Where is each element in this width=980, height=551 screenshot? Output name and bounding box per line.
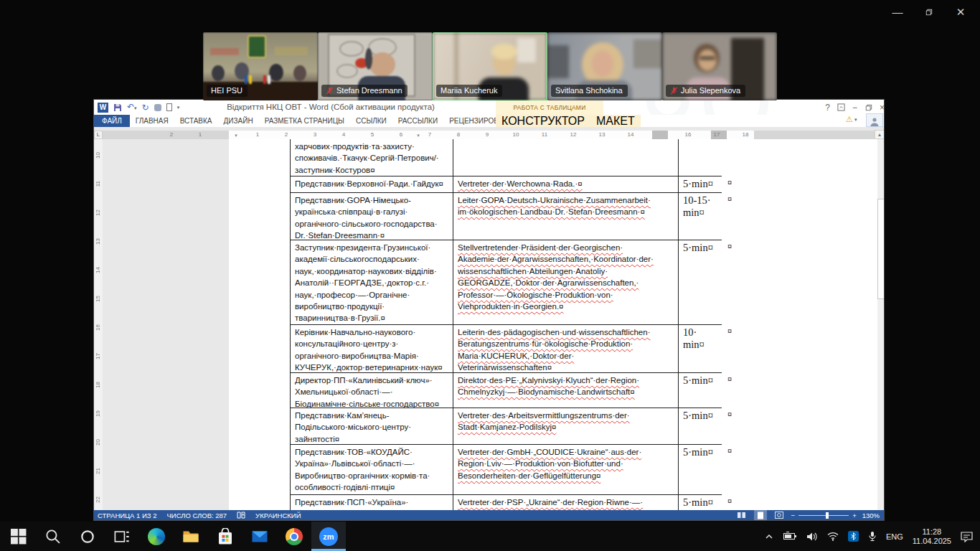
word-logo-icon[interactable]: W: [98, 103, 108, 113]
tab-insert[interactable]: ВСТАВКА: [174, 115, 218, 127]
undo-icon[interactable]: ↶▾: [127, 103, 137, 113]
touch-mode-icon[interactable]: [154, 104, 161, 111]
scrollbar-thumb[interactable]: [877, 199, 884, 299]
table-row[interactable]: Представник·GOPA·Німецько- українська·сп…: [291, 193, 722, 240]
cell-ukrainian[interactable]: Представник·ТОВ·«КОУДАЙС· Україна»·Львів…: [291, 445, 453, 494]
cell-german[interactable]: Vertreter·der·PSP·„Ukraine“·der·Region·R…: [453, 495, 679, 512]
video-tile-svitlana-shchokina[interactable]: Svitlana Shchokina: [547, 32, 662, 100]
cell-german[interactable]: [453, 139, 679, 176]
cell-time[interactable]: 5·min¤: [679, 495, 722, 512]
minimize-icon[interactable]: —: [891, 6, 904, 19]
cell-german[interactable]: Leiter·GOPA·Deutsch-Ukrainische·Zusammen…: [453, 193, 679, 240]
microsoft-store-icon[interactable]: [208, 522, 242, 551]
close-icon[interactable]: ✕: [954, 6, 967, 19]
cell-time[interactable]: 5·min¤: [679, 373, 722, 408]
language-indicator[interactable]: УКРАИНСКИЙ: [255, 512, 301, 519]
video-tile-mariia-kucheruk[interactable]: Mariia Kucheruk: [433, 32, 547, 100]
minimize-icon[interactable]: −: [849, 102, 861, 113]
scroll-up-icon[interactable]: ▲: [875, 130, 884, 139]
tab-stop-selector[interactable]: L: [94, 131, 103, 139]
volume-icon[interactable]: [806, 532, 818, 542]
tab-table-layout[interactable]: МАКЕТ: [590, 115, 641, 127]
zoom-level[interactable]: 130%: [862, 512, 880, 519]
task-view-icon[interactable]: [105, 522, 139, 551]
cell-time[interactable]: 5·min¤: [679, 408, 722, 444]
tab-design[interactable]: ДИЗАЙН: [218, 115, 259, 127]
table-row[interactable]: Представник·Кам’янець- Подільського·місь…: [291, 408, 722, 445]
cell-time[interactable]: 5·min¤: [679, 176, 722, 192]
vertical-ruler[interactable]: 10111213141516171819202122: [94, 139, 103, 512]
microphone-icon[interactable]: [868, 531, 877, 542]
table-row[interactable]: харчових·продуктів·та·захисту· споживачі…: [291, 139, 722, 176]
cell-german[interactable]: Vertreter·der·Werchowna·Rada.·¤: [453, 176, 679, 192]
cell-german[interactable]: Vertreter·des·Arbeitsvermittlungszentrum…: [453, 408, 679, 444]
cell-time[interactable]: [679, 139, 722, 176]
save-icon[interactable]: [113, 103, 122, 112]
web-layout-icon[interactable]: [773, 510, 786, 520]
tab-mailings[interactable]: РАССЫЛКИ: [392, 115, 443, 127]
cell-german[interactable]: Leiterin·des·pädagogischen·und·wissensch…: [453, 325, 679, 372]
tray-chevron-icon[interactable]: [764, 532, 774, 542]
print-layout-icon[interactable]: [754, 510, 767, 520]
word-count[interactable]: ЧИСЛО СЛОВ: 287: [167, 512, 227, 519]
video-tile-stefan-dreesmann[interactable]: Stefan Dreesmann: [318, 32, 433, 100]
table-row[interactable]: Представник·ПСП·«Україна»· Рівненської·о…: [291, 495, 722, 512]
cell-german[interactable]: Stellvertretender·Präsident·der·Georgisc…: [453, 240, 679, 324]
mail-icon[interactable]: [242, 522, 277, 551]
vertical-scrollbar[interactable]: [877, 139, 884, 512]
help-icon[interactable]: ?: [821, 102, 834, 113]
indent-marker[interactable]: ▾: [235, 133, 237, 138]
table-row[interactable]: Представник·Верховної·Ради.·Гайдук¤ Vert…: [291, 176, 722, 193]
customize-qat-icon[interactable]: ▾: [177, 105, 180, 110]
tab-page-layout[interactable]: РАЗМЕТКА СТРАНИЦЫ: [259, 115, 350, 127]
bluetooth-icon[interactable]: [848, 531, 859, 542]
cell-german[interactable]: Direktor·des·PE·„Kalynivskyi·Klyuch“·der…: [453, 373, 679, 408]
zoom-slider[interactable]: − +: [791, 512, 857, 519]
wifi-icon[interactable]: [827, 532, 839, 541]
cell-ukrainian[interactable]: Директор·ПП·«Калинівський·ключ»· Хмельни…: [291, 373, 453, 408]
cell-ukrainian[interactable]: Заступник·президента·Грузинської· академ…: [291, 240, 453, 324]
tab-file[interactable]: ФАЙЛ: [94, 115, 130, 127]
cell-time[interactable]: 10· min¤: [679, 325, 722, 372]
table-column-marker[interactable]: [652, 131, 668, 139]
restore-icon[interactable]: [923, 6, 936, 19]
tab-home[interactable]: ГЛАВНАЯ: [130, 115, 174, 127]
table-row[interactable]: Керівник·Навчально-наукового· консультац…: [291, 325, 722, 373]
activation-warning[interactable]: ⚠ ▾: [846, 115, 857, 124]
cell-time[interactable]: 5·min¤: [679, 240, 722, 324]
proofing-icon[interactable]: [237, 512, 245, 519]
start-button[interactable]: [1, 522, 36, 551]
table-row[interactable]: Представник·ТОВ·«КОУДАЙС· Україна»·Львів…: [291, 445, 722, 495]
page-indicator[interactable]: СТРАНИЦА 1 ИЗ 2: [98, 512, 157, 519]
edge-icon[interactable]: [139, 522, 174, 551]
cell-time[interactable]: 5·min¤: [679, 445, 722, 494]
sign-in-icon[interactable]: [866, 113, 883, 127]
agenda-table[interactable]: харчових·продуктів·та·захисту· споживачі…: [290, 139, 722, 512]
cell-ukrainian[interactable]: Керівник·Навчально-наукового· консультац…: [291, 325, 453, 372]
zoom-in-icon[interactable]: +: [852, 512, 857, 519]
cortana-icon[interactable]: [70, 522, 105, 551]
tab-references[interactable]: ССЫЛКИ: [350, 115, 392, 127]
file-explorer-icon[interactable]: [174, 522, 208, 551]
tray-clock[interactable]: 11:28 11.04.2025: [913, 527, 951, 546]
cell-ukrainian[interactable]: Представник·Кам’янець- Подільського·місь…: [291, 408, 453, 444]
read-mode-icon[interactable]: [735, 510, 748, 520]
indent-marker[interactable]: ▾: [417, 133, 420, 138]
tray-language[interactable]: ENG: [886, 532, 903, 541]
table-row[interactable]: Заступник·президента·Грузинської· академ…: [291, 240, 722, 325]
tab-table-design[interactable]: КОНСТРУКТОР: [496, 115, 590, 127]
video-tile-julia-slepenkova[interactable]: Julia Slepenkova: [662, 32, 777, 100]
battery-icon[interactable]: [783, 532, 797, 541]
new-document-icon[interactable]: [166, 103, 172, 111]
cell-time[interactable]: 10-15· min¤: [679, 193, 722, 240]
ribbon-display-options-icon[interactable]: [835, 102, 847, 113]
zoom-app-icon[interactable]: zm: [311, 522, 346, 551]
search-icon[interactable]: [36, 522, 70, 551]
cell-ukrainian[interactable]: Представник·GOPA·Німецько- українська·сп…: [291, 193, 453, 240]
cell-ukrainian[interactable]: Представник·Верховної·Ради.·Гайдук¤: [291, 176, 453, 192]
close-icon[interactable]: ×: [876, 102, 888, 113]
zoom-slider-thumb[interactable]: [826, 512, 829, 519]
cell-ukrainian[interactable]: харчових·продуктів·та·захисту· споживачі…: [291, 139, 453, 176]
zoom-out-icon[interactable]: −: [791, 512, 796, 519]
horizontal-ruler[interactable]: ▾ ▾ 211234567891011121314161718: [103, 131, 875, 139]
